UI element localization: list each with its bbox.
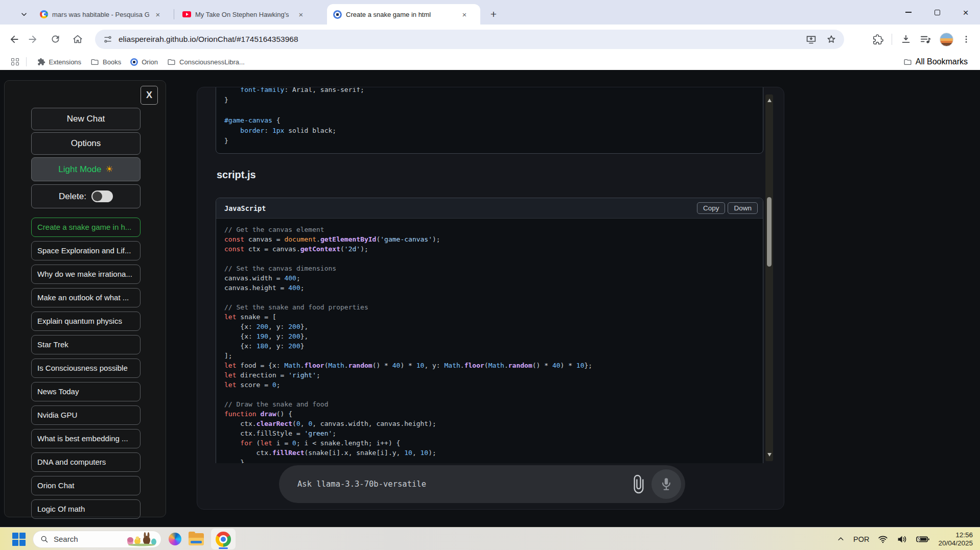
sidebar-history-item[interactable]: Orion Chat: [31, 476, 141, 495]
new-chat-button[interactable]: New Chat: [31, 108, 141, 130]
chrome-taskbar-button[interactable]: [211, 529, 236, 549]
sidebar-history-item[interactable]: What is best embedding ...: [31, 429, 141, 448]
bookmark-extensions[interactable]: Extensions: [33, 56, 86, 68]
microphone-button[interactable]: [651, 469, 681, 499]
chat-container: font-family: Arial, sans-serif;} #game-c…: [197, 87, 784, 510]
chat-input-placeholder: Ask llama-3.3-70b-versatile: [297, 480, 629, 489]
sidebar-history-item[interactable]: Explain quantum physics: [31, 312, 141, 331]
download-button[interactable]: Down: [728, 202, 758, 214]
tray-chevron-up-icon[interactable]: [837, 535, 845, 543]
home-button[interactable]: [68, 30, 87, 49]
sidebar-history-item[interactable]: Create a snake game in h...: [31, 218, 141, 237]
scrollbar-down-arrow-icon[interactable]: [767, 453, 772, 457]
chat-input[interactable]: Ask llama-3.3-70b-versatile: [279, 465, 685, 503]
attach-file-button[interactable]: [629, 473, 648, 495]
taskbar-clock[interactable]: 12:56 20/04/2025: [938, 531, 973, 547]
sidebar-history-item[interactable]: News Today: [31, 382, 141, 401]
language-indicator[interactable]: POR: [853, 535, 869, 543]
extensions-puzzle-icon[interactable]: [873, 34, 883, 45]
bookmark-label: Extensions: [49, 58, 82, 66]
tab-close-icon[interactable]: ×: [153, 10, 162, 19]
downloads-icon[interactable]: [900, 34, 912, 45]
kebab-menu-icon[interactable]: [962, 35, 971, 44]
code-line: const canvas = document.getElementById('…: [224, 234, 755, 244]
profile-avatar[interactable]: [940, 33, 953, 46]
search-label: Search: [54, 535, 125, 543]
window-controls: ×: [894, 0, 980, 25]
messages-scrollbar-track[interactable]: [765, 94, 773, 461]
sidebar-history-item[interactable]: Is Consciousness possible: [31, 358, 141, 378]
taskbar-search[interactable]: Search: [33, 531, 161, 548]
tab-search-chevron-icon[interactable]: [15, 7, 33, 21]
all-bookmarks-button[interactable]: All Bookmarks: [899, 55, 972, 68]
tab-snake-game-active[interactable]: Create a snake game in html ×: [327, 4, 480, 25]
sidebar-history-item[interactable]: Star Trek: [31, 335, 141, 354]
code-line: [224, 293, 755, 302]
delete-toggle-row: Delete:: [31, 184, 141, 208]
copilot-icon[interactable]: [169, 533, 181, 545]
bookmark-star-icon[interactable]: [826, 34, 837, 45]
apps-grid-icon[interactable]: [11, 58, 19, 66]
minimize-button[interactable]: [894, 0, 923, 25]
all-bookmarks-label: All Bookmarks: [916, 57, 968, 66]
reload-button[interactable]: [46, 30, 64, 49]
scrollbar-up-arrow-icon[interactable]: [767, 99, 772, 102]
code-line: }: [224, 458, 755, 463]
sidebar-history-item[interactable]: Logic Of math: [31, 499, 141, 519]
sidebar-history-item[interactable]: Nvidia GPU: [31, 405, 141, 425]
sidebar-close-button[interactable]: X: [141, 86, 158, 105]
wifi-icon[interactable]: [878, 535, 888, 544]
code-line: let direction = 'right';: [224, 370, 755, 380]
code-line: for (let i = 0; i < snake.length; i++) {: [224, 438, 755, 448]
code-line: [216, 105, 763, 115]
tab-mars-habitable[interactable]: mars was habitable - Pesquisa G ×: [34, 4, 172, 25]
orion-favicon-icon: [333, 10, 342, 19]
light-mode-button[interactable]: Light Mode ☀: [31, 157, 141, 181]
maximize-button[interactable]: [923, 0, 951, 25]
back-button[interactable]: [5, 30, 24, 49]
code-line: }: [216, 136, 763, 146]
start-button[interactable]: [12, 533, 26, 546]
javascript-code-lines: // Get the canvas elementconst canvas = …: [216, 219, 763, 463]
volume-icon[interactable]: [897, 535, 907, 544]
code-line: // Set the canvas dimensions: [224, 264, 755, 273]
new-tab-button[interactable]: +: [486, 7, 501, 21]
tab-close-icon[interactable]: ×: [296, 10, 306, 19]
tab-stephen-hawking[interactable]: My Take On Stephen Hawking's ×: [176, 4, 322, 25]
active-app-indicator: [219, 547, 228, 549]
messages-scrollbar-thumb[interactable]: [767, 197, 772, 267]
delete-toggle[interactable]: [91, 190, 113, 202]
close-button[interactable]: ×: [951, 0, 980, 25]
bookmark-orion[interactable]: Orion: [126, 56, 162, 68]
sidebar-history-item[interactable]: Make an outlook of what ...: [31, 288, 141, 307]
forward-button[interactable]: [24, 30, 42, 49]
tab-close-icon[interactable]: ×: [460, 10, 469, 19]
search-icon: [40, 535, 49, 543]
copy-button[interactable]: Copy: [697, 202, 726, 214]
install-app-icon[interactable]: [806, 34, 816, 45]
file-explorer-icon[interactable]: [189, 533, 204, 545]
tab-title: Create a snake game in html: [346, 11, 456, 18]
options-button[interactable]: Options: [31, 132, 141, 155]
chat-history-list: Create a snake game in h...Space Explora…: [31, 218, 141, 519]
code-line: // Get the canvas element: [224, 225, 755, 234]
sun-icon: ☀: [105, 164, 113, 175]
tab-separator: [174, 9, 174, 19]
omnibox-url-bar[interactable]: eliaspereirah.github.io/OrionChat/#17451…: [95, 30, 844, 49]
sidebar-history-item[interactable]: Space Exploration and Lif...: [31, 241, 141, 260]
media-playlist-icon[interactable]: [920, 34, 931, 45]
puzzle-icon: [37, 58, 45, 66]
bookmark-consciousness-folder[interactable]: ConsciousnessLibra...: [162, 56, 249, 68]
folder-icon: [167, 58, 176, 66]
sidebar-history-item[interactable]: DNA and computers: [31, 452, 141, 472]
sidebar-history-item[interactable]: Why do we make irrationa...: [31, 265, 141, 284]
code-line: // Set the snake and food properties: [224, 302, 755, 312]
folder-icon: [90, 58, 99, 66]
code-line: let snake = [: [224, 312, 755, 322]
url-text: eliaspereirah.github.io/OrionChat/#17451…: [119, 35, 298, 44]
maximize-icon: [935, 10, 940, 15]
site-info-tune-icon[interactable]: [103, 35, 112, 44]
toggle-knob: [92, 192, 102, 201]
battery-charging-icon[interactable]: [916, 535, 929, 543]
bookmark-books-folder[interactable]: Books: [86, 56, 126, 68]
